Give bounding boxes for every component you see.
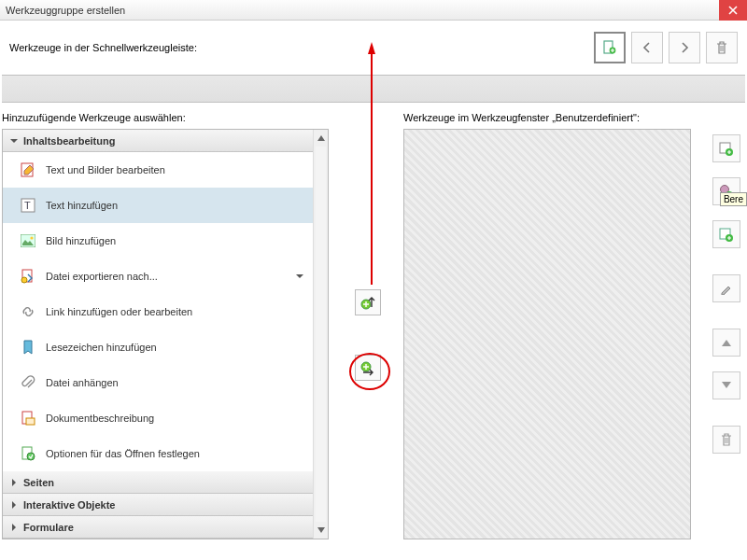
chevron-right-icon [10,524,18,531]
list-item-label: Lesezeichen hinzufügen [46,342,157,353]
window-title: Werkzeuggruppe erstellen [6,5,125,16]
paperclip-icon [20,374,36,391]
tool-document-description[interactable]: Dokumentbeschreibung [3,400,328,436]
quick-tools-toolbar: Werkzeuge in der Schnellwerkzeugleiste: [0,21,747,75]
svg-rect-10 [26,418,35,425]
close-button[interactable] [719,0,747,21]
open-options-icon [20,445,36,462]
accordion-pages[interactable]: Seiten [3,471,328,494]
list-item-label: Optionen für das Öffnen festlegen [46,448,200,459]
custom-tools-panel[interactable] [403,129,691,539]
quick-tools-label: Werkzeuge in der Schnellwerkzeugleiste: [9,42,197,53]
accordion-label: Seiten [23,477,54,488]
list-item-label: Datei anhängen [46,377,119,388]
tool-open-options[interactable]: Optionen für das Öffnen festlegen [3,436,328,471]
accordion-content-editing[interactable]: Inhaltsbearbeitung [3,130,328,152]
chevron-down-icon [10,137,18,145]
tooltip: Bere [720,192,747,206]
move-left-button[interactable] [631,32,663,63]
accordion-label: Interaktive Objekte [23,499,115,511]
edit-button[interactable] [712,274,740,302]
svg-point-6 [30,236,33,239]
add-to-quickbar-button[interactable] [594,32,626,63]
title-bar: Werkzeuggruppe erstellen [0,0,747,21]
quick-tools-strip [2,75,745,103]
link-icon [20,303,36,320]
submenu-arrow-icon [296,271,303,282]
move-item-up-button[interactable] [712,329,740,357]
side-buttons: Bere [708,129,745,469]
left-panel-label: Hinzuzufügende Werkzeuge auswählen: [2,112,186,129]
tool-attach-file[interactable]: Datei anhängen [3,365,328,400]
move-right-button[interactable] [669,32,700,63]
main-area: Hinzuzufügende Werkzeuge auswählen: Werk… [0,103,747,560]
tool-edit-text-images[interactable]: Text und Bilder bearbeiten [3,152,328,188]
svg-text:T: T [24,200,31,211]
left-scrollbar[interactable] [313,130,328,539]
image-icon [20,232,36,249]
svg-point-8 [21,277,27,283]
accordion-interactive-objects[interactable]: Interaktive Objekte [3,494,328,516]
tool-add-bookmark[interactable]: Lesezeichen hinzufügen [3,329,328,365]
list-item-label: Bild hinzufügen [46,235,116,246]
bookmark-icon [20,339,36,356]
list-item-label: Text und Bilder bearbeiten [46,164,165,175]
available-tools-panel: Inhaltsbearbeitung Text und Bilder bearb… [2,129,329,539]
scroll-down-icon[interactable] [314,522,329,539]
tool-add-text[interactable]: T Text hinzufügen [3,188,328,223]
scroll-track[interactable] [316,147,326,522]
accordion-label: Formulare [23,522,74,533]
accordion-forms[interactable]: Formulare [3,516,328,539]
doc-properties-icon [20,410,36,427]
scroll-up-icon[interactable] [314,130,329,147]
add-panel-button[interactable] [712,134,740,162]
tool-add-link[interactable]: Link hinzufügen oder bearbeiten [3,294,328,329]
export-icon [20,268,36,285]
remove-item-button[interactable] [712,426,740,454]
list-item-label: Link hinzufügen oder bearbeiten [46,306,192,317]
move-item-down-button[interactable] [712,371,740,399]
right-panel-label: Werkzeuge im Werkzeugfenster „Benutzerde… [403,112,640,123]
delete-button[interactable] [706,32,738,63]
tool-export-file[interactable]: Datei exportieren nach... [3,259,328,294]
list-item-label: Datei exportieren nach... [46,271,158,282]
list-item-label: Dokumentbeschreibung [46,413,154,424]
list-item-label: Text hinzufügen [46,200,118,211]
chevron-right-icon [10,501,18,509]
edit-text-image-icon [20,161,36,178]
add-text-icon: T [20,197,36,214]
move-up-button[interactable] [355,289,381,315]
add-to-set-button[interactable] [355,355,381,381]
chevron-right-icon [10,479,18,486]
tool-add-image[interactable]: Bild hinzufügen [3,223,328,259]
accordion-label: Inhaltsbearbeitung [23,135,115,147]
add-divider-button[interactable] [712,220,740,248]
